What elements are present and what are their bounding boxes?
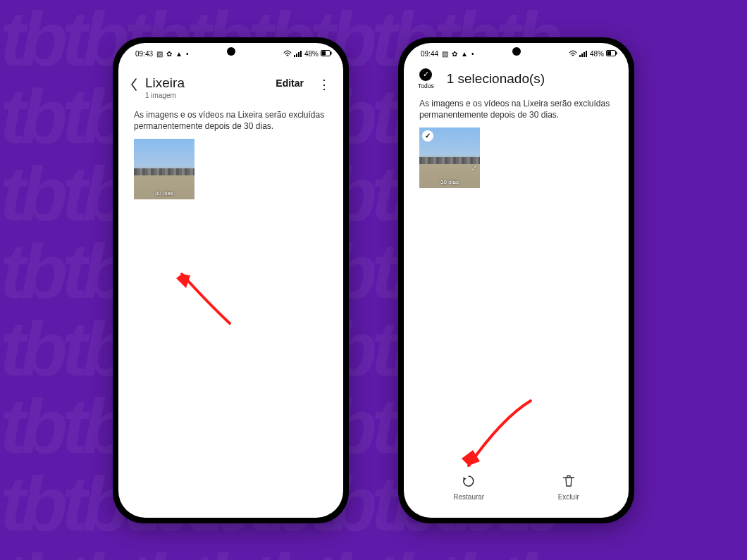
svg-rect-10 bbox=[584, 52, 585, 57]
battery-icon bbox=[606, 50, 617, 58]
wifi-icon bbox=[283, 50, 292, 58]
camera-notch bbox=[512, 47, 521, 56]
back-button[interactable] bbox=[130, 75, 138, 95]
dot-icon: • bbox=[471, 51, 474, 58]
signal-icon bbox=[294, 50, 302, 58]
days-remaining-badge: 30 dias bbox=[134, 190, 195, 197]
restore-button[interactable]: Restaurar bbox=[453, 474, 484, 501]
screen-right: 09:44 ▧ ✿ ▲ • 48% ✓ bbox=[404, 43, 629, 518]
settings-icon: ✿ bbox=[452, 51, 457, 58]
screen-left: 09:43 ▧ ✿ ▲ • 48% bbox=[118, 43, 343, 518]
svg-rect-2 bbox=[298, 52, 300, 57]
warning-icon: ▲ bbox=[461, 51, 468, 58]
photo-icon: ▧ bbox=[156, 51, 163, 58]
delete-button[interactable]: Excluir bbox=[558, 474, 579, 501]
svg-rect-9 bbox=[581, 54, 583, 57]
delete-label: Excluir bbox=[558, 493, 579, 501]
phone-left: 09:43 ▧ ✿ ▲ • 48% bbox=[113, 37, 349, 523]
page-title: Lixeira bbox=[145, 75, 268, 91]
info-text: As imagens e os vídeos na Lixeira serão … bbox=[404, 94, 629, 127]
settings-icon: ✿ bbox=[166, 51, 172, 58]
svg-rect-8 bbox=[579, 55, 581, 57]
status-battery: 48% bbox=[590, 50, 604, 58]
svg-rect-13 bbox=[607, 51, 612, 56]
wifi-icon bbox=[569, 50, 577, 58]
trash-icon bbox=[558, 474, 579, 492]
camera-notch bbox=[227, 47, 235, 56]
select-all-button[interactable]: ✓ Todos bbox=[418, 68, 434, 89]
svg-rect-0 bbox=[294, 55, 295, 57]
signal-icon bbox=[579, 50, 588, 58]
svg-rect-6 bbox=[331, 52, 332, 55]
info-text: As imagens e os vídeos na Lixeira serão … bbox=[118, 105, 343, 139]
expand-icon[interactable]: ⤢ bbox=[471, 163, 477, 173]
trash-image-thumbnail-selected[interactable]: ✓ ⤢ 30 dias bbox=[419, 127, 480, 188]
select-all-label: Todos bbox=[418, 82, 434, 89]
selection-count-title: 1 selecionado(s) bbox=[447, 71, 545, 87]
photo-icon: ▧ bbox=[442, 51, 448, 58]
warning-icon: ▲ bbox=[175, 51, 183, 58]
days-remaining-badge: 30 dias bbox=[419, 179, 480, 185]
phone-right: 09:44 ▧ ✿ ▲ • 48% ✓ bbox=[398, 37, 634, 523]
battery-icon bbox=[321, 50, 332, 58]
bottom-action-bar: Restaurar Excluir bbox=[404, 468, 629, 518]
status-battery: 48% bbox=[304, 50, 319, 58]
svg-rect-1 bbox=[296, 54, 297, 57]
trash-image-thumbnail[interactable]: 30 dias bbox=[134, 139, 195, 199]
selection-header: ✓ Todos 1 selecionado(s) bbox=[404, 63, 629, 94]
selected-check-icon: ✓ bbox=[422, 130, 433, 142]
svg-rect-11 bbox=[586, 51, 587, 57]
background-pattern: tbtbtbtbtbtbtbtbtb tbtbtbtbtbtbtbtbtb tb… bbox=[0, 0, 747, 560]
svg-rect-14 bbox=[616, 52, 617, 55]
page-subtitle: 1 imagem bbox=[145, 92, 268, 99]
restore-label: Restaurar bbox=[453, 493, 484, 501]
check-icon: ✓ bbox=[419, 68, 432, 81]
svg-rect-5 bbox=[322, 51, 326, 56]
app-header: Lixeira 1 imagem Editar ⋮ bbox=[118, 63, 343, 105]
svg-rect-3 bbox=[300, 51, 302, 57]
status-time: 09:43 bbox=[135, 50, 153, 58]
edit-button[interactable]: Editar bbox=[276, 75, 304, 89]
more-options-button[interactable]: ⋮ bbox=[311, 75, 331, 92]
status-time: 09:44 bbox=[421, 50, 438, 58]
restore-icon bbox=[453, 474, 484, 492]
dot-icon: • bbox=[186, 51, 189, 58]
